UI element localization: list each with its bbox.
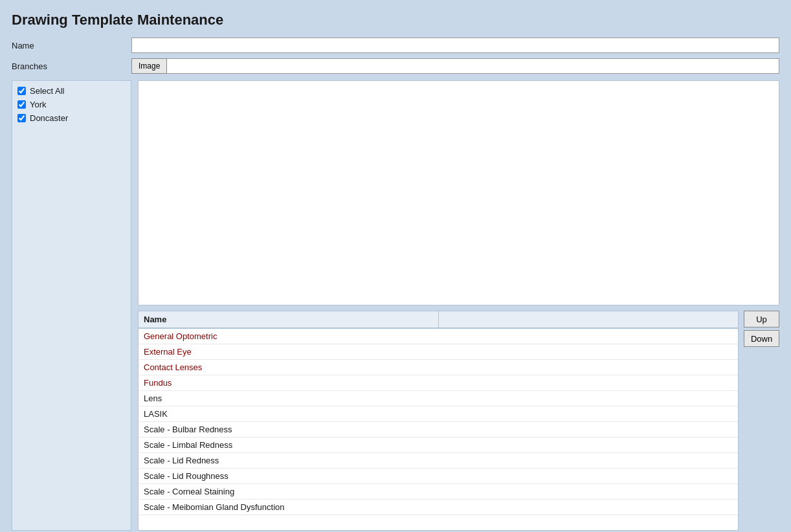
- table-row[interactable]: Lens: [139, 391, 738, 406]
- doncaster-label: Doncaster: [30, 113, 68, 123]
- select-all-checkbox[interactable]: [17, 87, 26, 95]
- right-panel: Name General Optometric External Eye Con…: [138, 80, 779, 531]
- table-row[interactable]: Scale - Meibomian Gland Dysfunction: [139, 500, 738, 515]
- image-preview-area: [138, 80, 779, 305]
- branches-input[interactable]: [167, 58, 779, 74]
- buttons-panel: Up Down: [744, 311, 779, 531]
- content-area: Select All York Doncaster Name: [12, 80, 779, 531]
- table-row[interactable]: General Optometric: [139, 329, 738, 344]
- name-input[interactable]: [131, 38, 779, 53]
- select-all-label: Select All: [30, 86, 64, 96]
- table-cell: Scale - Limbal Redness: [139, 438, 738, 452]
- york-label: York: [30, 100, 47, 109]
- table-header: Name: [139, 311, 738, 329]
- name-label: Name: [12, 41, 131, 50]
- table-row[interactable]: Scale - Lid Roughness: [139, 469, 738, 484]
- table-row[interactable]: Fundus: [139, 375, 738, 391]
- table-cell: Scale - Corneal Staining: [139, 484, 738, 499]
- main-container: Drawing Template Maintenance Name Branch…: [0, 0, 791, 532]
- table-row[interactable]: Scale - Lid Redness: [139, 453, 738, 469]
- name-column-header: Name: [139, 311, 439, 327]
- table-cell: Scale - Meibomian Gland Dysfunction: [139, 500, 738, 515]
- table-row[interactable]: Scale - Corneal Staining: [139, 484, 738, 500]
- table-cell: General Optometric: [139, 329, 738, 344]
- table-body: General Optometric External Eye Contact …: [139, 329, 738, 530]
- doncaster-item[interactable]: Doncaster: [17, 113, 126, 123]
- table-cell: Scale - Bulbar Redness: [139, 422, 738, 437]
- york-item[interactable]: York: [17, 100, 126, 109]
- table-section: Name General Optometric External Eye Con…: [138, 311, 779, 531]
- york-checkbox[interactable]: [17, 100, 26, 109]
- empty-column-header: [439, 311, 739, 327]
- table-row[interactable]: Scale - Limbal Redness: [139, 438, 738, 453]
- page-title: Drawing Template Maintenance: [12, 12, 779, 28]
- down-button[interactable]: Down: [744, 330, 779, 347]
- branches-label: Branches: [12, 61, 131, 71]
- up-button[interactable]: Up: [744, 311, 779, 327]
- name-row: Name: [12, 38, 779, 53]
- doncaster-checkbox[interactable]: [17, 114, 26, 122]
- image-button[interactable]: Image: [131, 58, 167, 74]
- table-row[interactable]: LASIK: [139, 406, 738, 422]
- table-row[interactable]: External Eye: [139, 344, 738, 360]
- table-cell: Contact Lenses: [139, 360, 738, 375]
- table-container: Name General Optometric External Eye Con…: [138, 311, 739, 531]
- table-cell: Scale - Lid Redness: [139, 453, 738, 468]
- table-cell: LASIK: [139, 406, 738, 421]
- branches-row: Branches Image: [12, 58, 779, 74]
- table-cell: Fundus: [139, 375, 738, 390]
- table-cell: External Eye: [139, 344, 738, 359]
- left-panel: Select All York Doncaster: [12, 80, 131, 531]
- select-all-item[interactable]: Select All: [17, 86, 126, 96]
- table-row[interactable]: Scale - Bulbar Redness: [139, 422, 738, 438]
- table-cell: Scale - Lid Roughness: [139, 469, 738, 483]
- table-cell: Lens: [139, 391, 738, 406]
- table-row[interactable]: Contact Lenses: [139, 360, 738, 375]
